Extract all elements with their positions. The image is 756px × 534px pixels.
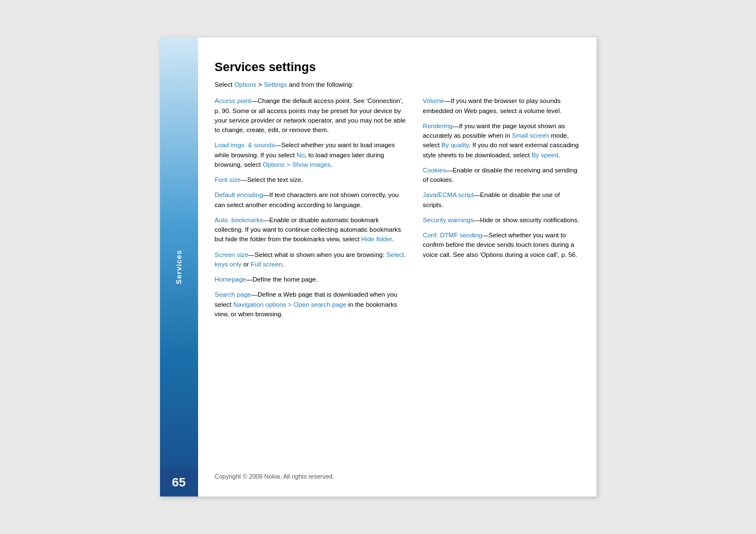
page-number: 65 — [160, 469, 198, 496]
entry-access-point: Access point—Change the default access p… — [215, 96, 406, 135]
entry-default-encoding: Default encoding—If text characters are … — [215, 190, 406, 210]
settings-link: Settings — [264, 81, 287, 88]
entry-java-ecma: Java/ECMA script—Enable or disable the u… — [423, 190, 580, 210]
page-container: Services 65 Services settings Select Opt… — [160, 38, 597, 496]
page-title: Services settings — [215, 60, 580, 74]
intro-text: Select Options > Settings and from the f… — [215, 80, 580, 90]
options-link: Options — [234, 81, 257, 88]
entry-screen-size: Screen size—Select what is shown when yo… — [215, 250, 406, 270]
entry-rendering: Rendering—If you want the page layout sh… — [423, 121, 580, 160]
sidebar-label: Services — [175, 250, 183, 284]
right-column: Volume—If you want the browser to play s… — [423, 96, 580, 462]
main-content: Services settings Select Options > Setti… — [198, 38, 597, 496]
left-column: Access point—Change the default access p… — [215, 96, 406, 462]
entry-font-size: Font size—Select the text size. — [215, 175, 406, 185]
entry-auto-bookmarks: Auto. bookmarks—Enable or disable automa… — [215, 216, 406, 245]
entry-security-warnings: Security warnings—Hide or show security … — [423, 216, 580, 225]
sidebar: Services 65 — [160, 38, 198, 496]
entry-conf-dtmf: Conf. DTMF sending—Select whether you wa… — [423, 231, 580, 260]
entry-volume: Volume—If you want the browser to play s… — [423, 96, 580, 116]
entry-load-imgs: Load imgs. & sounds—Select whether you w… — [215, 140, 406, 170]
content-columns: Access point—Change the default access p… — [215, 96, 580, 462]
entry-search-page: Search page—Define a Web page that is do… — [215, 290, 406, 319]
entry-cookies: Cookies—Enable or disable the receiving … — [423, 166, 580, 185]
copyright: Copyright © 2006 Nokia. All rights reser… — [215, 473, 580, 480]
entry-homepage: Homepage—Define the home page. — [215, 275, 406, 284]
